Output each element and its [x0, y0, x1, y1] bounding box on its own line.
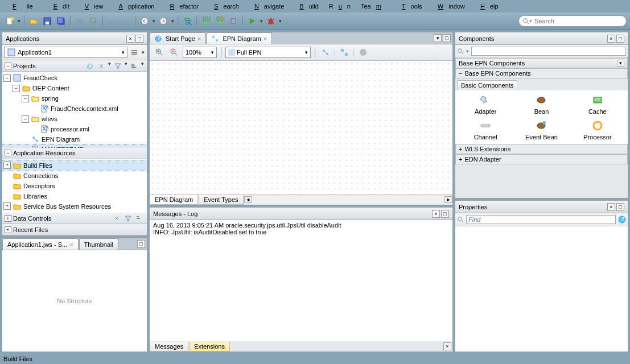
component-group-header[interactable]: −Base EPN Components	[455, 68, 628, 78]
sync-icon[interactable]	[112, 213, 122, 224]
menu-refactor[interactable]: Refactor	[159, 1, 204, 11]
close-icon[interactable]: ×	[126, 35, 134, 43]
palette-bean[interactable]: Bean	[514, 94, 568, 115]
app-resources-tree[interactable]: +Build Files Connections Descriptors Lib…	[2, 159, 147, 213]
component-search-input[interactable]	[471, 47, 626, 56]
component-group-header[interactable]: +EDN Adapter	[455, 154, 628, 164]
tree-node[interactable]: Libraries	[2, 191, 147, 201]
tab-thumbnail[interactable]: Thumbnail	[79, 238, 118, 250]
close-icon[interactable]: ×	[607, 203, 615, 211]
menu-view[interactable]: View	[75, 1, 109, 11]
tab-messages[interactable]: Messages	[150, 342, 188, 351]
zoom-in-icon[interactable]	[153, 46, 166, 59]
sql-button[interactable]: SQL	[181, 15, 193, 27]
app-resources-section-header[interactable]: − Application Resources	[2, 148, 147, 159]
properties-find-input[interactable]	[466, 215, 616, 224]
menu-application[interactable]: Application	[109, 1, 160, 11]
tab-file-structure[interactable]: Application1.jws - S...×	[2, 238, 79, 250]
palette-event-bean[interactable]: Event Bean	[514, 119, 568, 140]
tree-node[interactable]: −spring	[2, 93, 147, 104]
debug-button[interactable]	[265, 15, 277, 27]
close-icon[interactable]: ×	[443, 342, 451, 350]
restore-icon[interactable]: □	[616, 203, 624, 211]
tree-node[interactable]: Descriptors	[2, 181, 147, 191]
menu-build[interactable]: Build	[289, 1, 323, 11]
menu-tools[interactable]: Tools	[392, 1, 427, 11]
restore-icon[interactable]: □	[137, 240, 145, 248]
diagram-canvas[interactable]	[150, 61, 452, 195]
recent-files-section-header[interactable]: + Recent Files	[2, 224, 147, 235]
palette-adapter[interactable]: Adapter	[459, 94, 512, 115]
run-button[interactable]	[246, 15, 258, 27]
subtab-event-types[interactable]: Event Types	[199, 195, 243, 205]
options-icon[interactable]	[134, 213, 145, 224]
tree-node-file[interactable]: XMLprocessor.xml	[2, 124, 147, 134]
refresh-icon[interactable]	[85, 61, 95, 71]
data-controls-section-header[interactable]: + Data Controls	[2, 213, 147, 224]
close-icon[interactable]: ×	[432, 210, 440, 218]
menu-navigate[interactable]: Navigate	[244, 1, 289, 11]
rebuild-button[interactable]: 0101	[213, 15, 226, 27]
filter-icon[interactable]	[123, 213, 133, 224]
tab-extensions[interactable]: Extensions	[189, 342, 230, 351]
app-menu-button[interactable]	[129, 47, 139, 57]
save-button[interactable]	[41, 15, 53, 27]
menu-icon[interactable]: ▾	[434, 34, 442, 42]
project-tree[interactable]: −FraudCheck −OEP Content −spring XMLFrau…	[2, 72, 147, 148]
projects-section-header[interactable]: − Projects ▾ ▾ ▾	[2, 60, 147, 72]
close-icon[interactable]: ×	[263, 35, 267, 42]
tree-node[interactable]: −OEP Content	[2, 83, 147, 93]
tree-node-epn[interactable]: EPN Diagram	[2, 134, 147, 144]
back-button[interactable]	[138, 15, 151, 27]
tree-node[interactable]: −wlevs	[2, 114, 147, 124]
menu-help[interactable]: Help	[470, 1, 504, 11]
tab-start-page[interactable]: ?Start Page×	[150, 32, 206, 44]
deploy-button[interactable]	[227, 15, 240, 27]
scroll-right-icon[interactable]: ►	[444, 196, 452, 203]
restore-icon[interactable]: □	[441, 210, 449, 218]
tree-node[interactable]: Connections	[2, 171, 147, 181]
close-icon[interactable]: ×	[607, 35, 615, 43]
restore-icon[interactable]: □	[135, 35, 143, 43]
scroll-left-icon[interactable]: ◄	[244, 196, 252, 203]
open-button[interactable]	[27, 15, 40, 27]
component-subgroup-tab[interactable]: Basic Components	[457, 80, 517, 90]
layout-icon[interactable]	[338, 46, 351, 59]
save-all-button[interactable]	[55, 15, 67, 27]
application-selector[interactable]: Application1 ▾	[4, 47, 127, 58]
view-mode-combo[interactable]: Full EPN▾	[225, 47, 311, 58]
component-category-combo[interactable]: Base EPN Components▾	[455, 58, 628, 68]
menu-edit[interactable]: Edit	[43, 1, 75, 11]
close-icon[interactable]: ×	[69, 241, 73, 248]
log-body[interactable]: Aug 16, 2013 9:05:21 AM oracle.security.…	[150, 220, 452, 341]
help-icon[interactable]: ?	[618, 216, 626, 224]
menu-file[interactable]: File	[2, 1, 43, 11]
palette-processor[interactable]: Processor	[571, 119, 624, 140]
tab-epn-diagram[interactable]: EPN Diagram×	[207, 32, 272, 44]
close-icon[interactable]: ×	[197, 35, 201, 42]
subtab-epn-diagram[interactable]: EPN Diagram	[150, 195, 198, 205]
component-group-header[interactable]: +WLS Extensions	[455, 144, 628, 154]
new-button[interactable]	[3, 15, 16, 27]
tree-node[interactable]: +Build Files	[2, 160, 147, 171]
copy-button[interactable]	[87, 15, 100, 27]
options-icon[interactable]	[129, 61, 139, 71]
menu-search[interactable]: Search	[204, 1, 244, 11]
link-nodes-icon[interactable]	[319, 46, 332, 59]
menu-run[interactable]: Run	[324, 1, 356, 11]
zoom-combo[interactable]: 100%▾	[183, 47, 217, 58]
sync-icon[interactable]	[96, 61, 106, 71]
palette-cache[interactable]: Cache	[571, 94, 624, 115]
forward-button[interactable]	[157, 15, 170, 27]
tree-node-file[interactable]: XMLFraudCheck.context.xml	[2, 104, 147, 114]
tree-node-root[interactable]: −FraudCheck	[2, 73, 147, 83]
palette-channel[interactable]: Channel	[459, 119, 512, 140]
menu-team[interactable]: Team	[356, 1, 392, 11]
restore-icon[interactable]: □	[616, 35, 624, 43]
global-search-input[interactable]: ▾	[518, 15, 627, 27]
zoom-out-icon[interactable]	[168, 46, 180, 59]
build-button[interactable]: 0101	[200, 15, 212, 27]
filter-icon[interactable]	[113, 61, 123, 71]
restore-icon[interactable]: □	[443, 34, 451, 42]
menu-window[interactable]: Window	[427, 1, 470, 11]
